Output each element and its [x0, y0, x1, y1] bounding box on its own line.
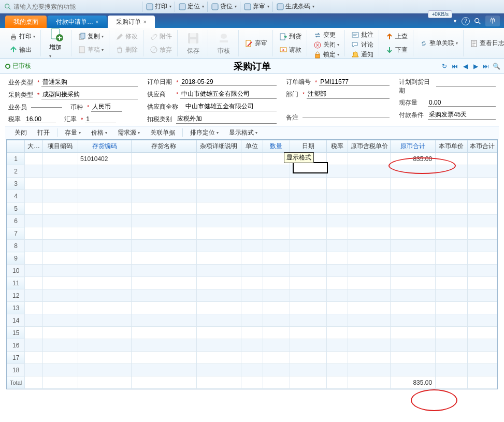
- pur-type-value[interactable]: 成型间接采购: [41, 90, 138, 99]
- biz-type-value[interactable]: 普通采购: [41, 78, 138, 87]
- cell-orig-total[interactable]: [391, 227, 436, 240]
- table-row[interactable]: 11: [7, 277, 497, 289]
- table-row[interactable]: 3: [7, 178, 497, 190]
- table-row[interactable]: 6: [7, 215, 497, 227]
- search-record-icon[interactable]: 🔍: [493, 63, 500, 70]
- cell-stock-code[interactable]: [78, 289, 132, 302]
- order-date-value[interactable]: 2018-05-29: [180, 78, 277, 86]
- table-row[interactable]: 151010402835.00: [7, 153, 497, 165]
- currency-value[interactable]: 人民币: [91, 103, 122, 112]
- related-button[interactable]: 关联单据: [146, 127, 179, 138]
- reject-button[interactable]: 弃审: [243, 38, 269, 48]
- table-row[interactable]: 14: [7, 314, 497, 327]
- cell-orig-total[interactable]: [391, 265, 436, 277]
- cell-orig-total[interactable]: [391, 314, 436, 327]
- first-record-icon[interactable]: ⏮: [451, 63, 458, 70]
- top-slot[interactable]: 货位▾: [207, 2, 240, 12]
- cell-stock-code[interactable]: [78, 252, 132, 265]
- table-row[interactable]: 15: [7, 327, 497, 339]
- table-row[interactable]: 7: [7, 227, 497, 240]
- cell-stock-code[interactable]: [78, 314, 132, 327]
- next-record-icon[interactable]: ▶: [472, 63, 479, 70]
- tab-close-icon[interactable]: ×: [95, 19, 98, 25]
- cell-orig-total[interactable]: [391, 302, 436, 314]
- top-locate[interactable]: 定位▾: [175, 2, 207, 12]
- cell-orig-total[interactable]: [391, 190, 436, 202]
- tax-cat-value[interactable]: 应税外加: [176, 114, 277, 124]
- table-row[interactable]: 4: [7, 190, 497, 202]
- col-date[interactable]: 日期: [290, 140, 327, 153]
- lock-button[interactable]: 锁定▾: [311, 50, 341, 60]
- col-orig-total[interactable]: 原币合计: [391, 140, 436, 153]
- sort-menu[interactable]: 排序定位▾: [186, 127, 223, 138]
- cell-stock-code[interactable]: [78, 277, 132, 289]
- table-row[interactable]: 13: [7, 302, 497, 314]
- search-icon[interactable]: [474, 18, 481, 25]
- top-print[interactable]: 打印▾: [142, 2, 175, 12]
- col-local-unit-price[interactable]: 本币单价: [436, 140, 468, 153]
- cell-orig-total[interactable]: [391, 327, 436, 339]
- pay-term-value[interactable]: 采购发票45天: [428, 110, 496, 120]
- cell-orig-total[interactable]: [391, 289, 436, 302]
- help-button[interactable]: ?: [462, 17, 470, 25]
- cell-orig-total[interactable]: [391, 339, 436, 352]
- global-search[interactable]: [2, 3, 142, 10]
- col-qty[interactable]: 数量: [263, 140, 290, 153]
- col-stock-code[interactable]: 存货编码: [78, 140, 132, 153]
- cell-orig-total[interactable]: [391, 178, 436, 190]
- cell-stock-code[interactable]: [78, 265, 132, 277]
- demand-menu[interactable]: 需求源▾: [113, 127, 144, 138]
- table-row[interactable]: 5: [7, 202, 497, 215]
- active-grid-cell[interactable]: [293, 162, 328, 173]
- table-row[interactable]: 16: [7, 339, 497, 352]
- supplier-value[interactable]: 中山市健雄五金有限公司: [180, 90, 277, 99]
- table-row[interactable]: 17: [7, 352, 497, 364]
- col-local-total[interactable]: 本币合计: [467, 140, 497, 153]
- prev-record-icon[interactable]: ◀: [462, 63, 469, 70]
- cell-stock-code[interactable]: [78, 352, 132, 364]
- notify-button[interactable]: 通知: [349, 50, 376, 60]
- taxrate-value[interactable]: 16.00: [25, 115, 56, 123]
- cell-stock-code[interactable]: [78, 327, 132, 339]
- cell-stock-code[interactable]: [78, 302, 132, 314]
- cell-orig-total[interactable]: [391, 240, 436, 252]
- remark-value[interactable]: [303, 118, 390, 118]
- cell-orig-total[interactable]: [391, 252, 436, 265]
- view-log-button[interactable]: 查看日志▾: [468, 38, 504, 48]
- approve-note-button[interactable]: 批注: [349, 30, 376, 40]
- cell-stock-code[interactable]: [78, 240, 132, 252]
- cell-stock-code[interactable]: [78, 165, 132, 178]
- cell-stock-code[interactable]: [78, 202, 132, 215]
- top-reject[interactable]: 弃审▾: [240, 2, 272, 12]
- change-button[interactable]: 变更: [311, 30, 341, 40]
- table-row[interactable]: 10: [7, 265, 497, 277]
- cell-orig-total[interactable]: 835.00: [391, 153, 436, 165]
- cell-stock-code[interactable]: [78, 215, 132, 227]
- trace-up-button[interactable]: 上查: [383, 32, 410, 41]
- col-taxrate[interactable]: 税率: [326, 140, 348, 153]
- tab-desktop[interactable]: 我的桌面: [5, 16, 47, 28]
- tab-close-icon[interactable]: ×: [143, 19, 146, 25]
- cell-orig-total[interactable]: [391, 277, 436, 289]
- arrive-button[interactable]: 到货: [277, 32, 304, 41]
- col-stock-name[interactable]: 存货名称: [131, 140, 196, 153]
- close-doc-button[interactable]: 关闭▾: [311, 40, 341, 50]
- col-orig-unit-price[interactable]: 原币含税单价: [348, 140, 391, 153]
- salesman-value[interactable]: [31, 107, 62, 108]
- col-rownum[interactable]: [7, 140, 25, 153]
- copy-button[interactable]: 复制▾: [76, 32, 106, 41]
- print-button[interactable]: 打印▾: [7, 32, 37, 41]
- export-button[interactable]: 输出: [7, 45, 37, 55]
- tab-payment[interactable]: 付款申请单…×: [48, 16, 107, 28]
- cell-stock-code[interactable]: [78, 364, 132, 376]
- table-row[interactable]: 9: [7, 252, 497, 265]
- cell-stock-code[interactable]: [78, 339, 132, 352]
- table-row[interactable]: 2: [7, 165, 497, 178]
- tab-po[interactable]: 采购订单×: [108, 16, 154, 28]
- cell-orig-total[interactable]: [391, 165, 436, 178]
- col-big[interactable]: 大…: [25, 140, 42, 153]
- display-menu[interactable]: 显示格式▾: [225, 127, 262, 138]
- add-button[interactable]: 增加 ▾: [45, 26, 68, 60]
- cell-orig-total[interactable]: [391, 202, 436, 215]
- table-row[interactable]: 8: [7, 240, 497, 252]
